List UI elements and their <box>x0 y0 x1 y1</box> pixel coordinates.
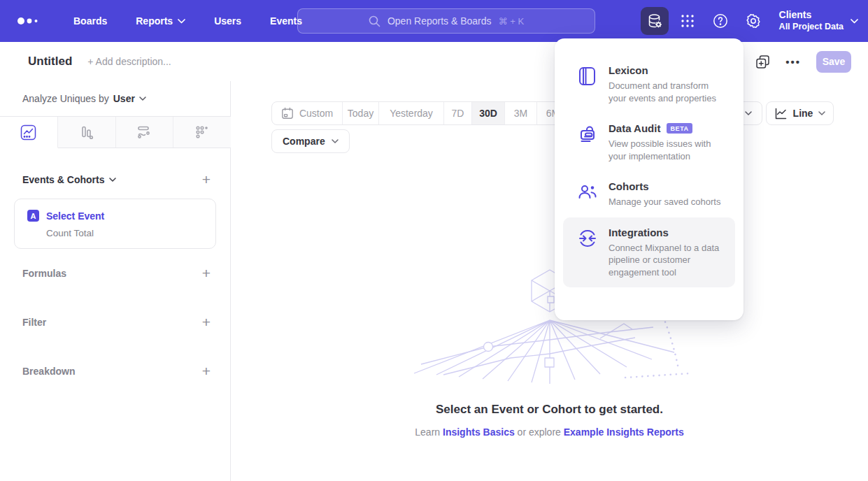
breakdown-section: Breakdown + <box>22 364 211 378</box>
add-breakdown-button[interactable]: + <box>202 364 211 378</box>
chevron-down-icon <box>139 96 146 101</box>
analyze-row: Analyze Uniques by User <box>22 93 146 104</box>
nav-item-boards[interactable]: Boards <box>73 15 107 27</box>
help-icon <box>712 13 729 29</box>
top-nav: Boards Reports Users Events Open Reports… <box>0 0 868 42</box>
integrations-icon <box>577 228 598 249</box>
data-audit-icon <box>577 124 598 145</box>
breakdown-label: Breakdown <box>22 366 75 377</box>
count-total-dropdown[interactable]: Count Total <box>46 228 204 238</box>
global-search-input[interactable]: Open Reports & Boards ⌘ + K <box>297 8 595 34</box>
beta-badge: BETA <box>667 123 692 134</box>
events-cohorts-header: Events & Cohorts + <box>22 172 211 187</box>
add-event-button[interactable]: + <box>202 172 211 187</box>
menu-item-lexicon[interactable]: Lexicon Document and transform your even… <box>563 55 735 113</box>
menu-item-data-audit[interactable]: Data Audit BETA View possible issues wit… <box>563 113 735 171</box>
chevron-down-icon <box>818 111 825 115</box>
chevron-down-icon <box>332 139 339 143</box>
grid-dots-icon <box>680 13 695 29</box>
settings-button[interactable] <box>739 7 767 35</box>
help-button[interactable] <box>706 7 734 35</box>
bar-chart-icon <box>78 124 94 141</box>
nav-item-reports[interactable]: Reports <box>136 15 185 27</box>
database-gear-icon <box>646 13 663 29</box>
data-audit-description: View possible issues with your implement… <box>609 138 725 162</box>
mixpanel-logo-icon[interactable] <box>17 17 45 25</box>
tab-bar-chart[interactable] <box>58 117 116 148</box>
compare-button[interactable]: Compare <box>271 129 350 153</box>
date-range-7d[interactable]: 7D <box>444 102 472 124</box>
example-reports-link[interactable]: Example Insights Reports <box>564 426 684 438</box>
analyze-by-dropdown[interactable]: User <box>113 93 146 104</box>
chevron-down-icon <box>745 111 752 115</box>
menu-item-integrations[interactable]: Integrations Connect Mixpanel to a data … <box>563 217 735 288</box>
tab-line-chart[interactable] <box>0 117 58 148</box>
lexicon-book-icon <box>577 66 598 87</box>
duplicate-icon <box>755 55 770 69</box>
lexicon-title: Lexicon <box>609 64 725 76</box>
more-options-button[interactable]: ••• <box>785 56 801 68</box>
insights-basics-link[interactable]: Insights Basics <box>443 426 515 438</box>
date-range-3m[interactable]: 3M <box>505 102 537 124</box>
empty-state-heading: Select an Event or Cohort to get started… <box>231 403 868 417</box>
chevron-down-icon <box>178 19 185 24</box>
analyze-prefix: Analyze Uniques by <box>22 93 109 104</box>
date-range-custom[interactable]: Custom <box>272 102 343 124</box>
chevron-down-icon <box>851 19 858 24</box>
add-description-field[interactable]: + Add description... <box>87 56 171 67</box>
duplicate-button[interactable] <box>755 55 770 69</box>
nav-item-users[interactable]: Users <box>214 15 241 27</box>
project-switcher[interactable]: Clients All Project Data <box>779 9 858 32</box>
save-button[interactable]: Save <box>816 51 851 73</box>
formulas-section: Formulas + <box>22 266 211 280</box>
report-canvas: Custom Today Yesterday 7D 30D 3M 6M 12M … <box>231 81 868 481</box>
integrations-title: Integrations <box>609 227 725 238</box>
empty-state-links: Learn Insights Basics or explore Example… <box>231 426 868 438</box>
query-builder-sidebar: Analyze Uniques by User <box>0 81 231 481</box>
learn-prefix: Learn <box>415 426 440 438</box>
cohorts-description: Manage your saved cohorts <box>609 196 720 208</box>
menu-item-cohorts[interactable]: Cohorts Manage your saved cohorts <box>563 171 735 217</box>
or-explore-text: or explore <box>518 426 561 438</box>
date-range-today[interactable]: Today <box>343 102 379 124</box>
events-cohorts-dropdown[interactable]: Events & Cohorts <box>22 174 116 185</box>
cohorts-people-icon <box>577 182 598 203</box>
tab-metrics[interactable] <box>173 117 231 148</box>
project-name: All Project Data <box>779 22 844 33</box>
data-management-button[interactable] <box>641 7 669 35</box>
tab-flows[interactable] <box>116 117 174 148</box>
lexicon-description: Document and transform your events and p… <box>609 80 725 104</box>
data-management-menu: Lexicon Document and transform your even… <box>555 38 744 320</box>
cohorts-title: Cohorts <box>609 180 720 192</box>
search-shortcut: ⌘ + K <box>499 16 525 27</box>
calendar-icon <box>281 107 294 120</box>
add-filter-button[interactable]: + <box>202 315 211 329</box>
formulas-label: Formulas <box>22 268 66 279</box>
event-letter-badge: A <box>27 210 39 222</box>
metrics-dots-icon <box>194 124 210 140</box>
date-range-yesterday[interactable]: Yesterday <box>379 102 444 124</box>
filter-section: Filter + <box>22 315 211 329</box>
visualization-tabs <box>0 116 231 148</box>
add-formula-button[interactable]: + <box>202 266 211 280</box>
search-icon <box>369 15 380 27</box>
event-card[interactable]: A Select Event Count Total <box>14 199 216 249</box>
select-event-label[interactable]: Select Event <box>46 210 104 222</box>
integrations-description: Connect Mixpanel to a data pipeline or c… <box>609 242 725 279</box>
gear-icon <box>745 13 762 29</box>
data-audit-title: Data Audit BETA <box>609 122 725 134</box>
org-name: Clients <box>779 9 844 22</box>
chevron-down-icon <box>109 178 116 182</box>
filter-label: Filter <box>22 317 46 328</box>
line-chart-icon <box>20 124 36 141</box>
search-placeholder: Open Reports & Boards <box>387 15 492 27</box>
chart-type-dropdown[interactable]: Line <box>766 101 834 125</box>
report-title[interactable]: Untitled <box>28 55 72 69</box>
line-chart-icon <box>774 107 788 120</box>
flows-icon <box>136 124 152 141</box>
apps-grid-button[interactable] <box>674 7 702 35</box>
date-range-30d[interactable]: 30D <box>472 102 505 124</box>
